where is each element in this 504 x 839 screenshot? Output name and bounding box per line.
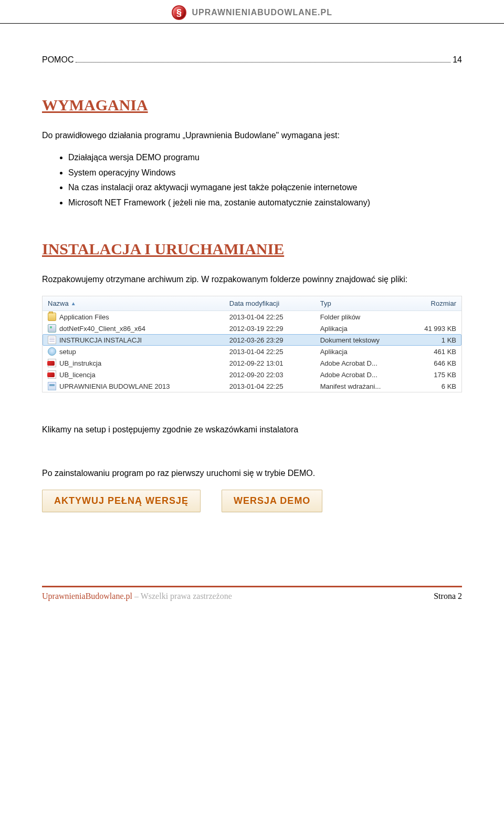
column-header-name-text: Nazwa — [48, 299, 69, 307]
footer-rights: – Wszelki prawa zastrzeżone — [132, 592, 232, 600]
install-para1: Rozpakowujemy otrzymane archiwum zip. W … — [42, 274, 462, 285]
logo-text: UPRAWNIENIABUDOWLANE.PL — [192, 8, 332, 17]
toc-dots — [76, 55, 450, 63]
file-row[interactable]: UPRAWNIENIA BUDOWLANE 20132013-01-04 22:… — [43, 380, 461, 392]
exe-icon — [48, 324, 56, 333]
footer-left: UprawnieniaBudowlane.pl – Wszelki prawa … — [42, 592, 232, 601]
column-header-type[interactable]: Typ — [320, 299, 411, 307]
page-footer: UprawnieniaBudowlane.pl – Wszelki prawa … — [42, 586, 462, 601]
install-para3: Po zainstalowaniu program po raz pierwsz… — [42, 468, 462, 479]
toc-label: POMOC — [42, 55, 74, 65]
activate-full-version-button[interactable]: AKTYWUJ PEŁNĄ WERSJĘ — [42, 490, 201, 512]
logo-badge-icon: § — [172, 5, 186, 20]
file-date: 2013-01-04 22:25 — [229, 382, 320, 390]
list-item: Microsoft NET Framework ( jeżeli nie ma,… — [68, 197, 462, 209]
file-name: dotNetFx40_Client_x86_x64 — [59, 325, 145, 333]
file-type: Adobe Acrobat D... — [320, 371, 411, 379]
toc-entry: POMOC 14 — [42, 55, 462, 65]
list-item: Działająca wersja DEMO programu — [68, 152, 462, 163]
setup-icon — [48, 347, 56, 356]
file-date: 2012-09-20 22:03 — [229, 371, 320, 379]
file-explorer: Nazwa ▲ Data modyfikacji Typ Rozmiar App… — [42, 296, 462, 392]
button-row: AKTYWUJ PEŁNĄ WERSJĘ WERSJA DEMO — [42, 490, 462, 512]
footer-page-number: Strona 2 — [434, 592, 462, 601]
column-header-date[interactable]: Data modyfikacji — [229, 299, 320, 307]
folder-icon — [48, 313, 56, 321]
file-date: 2012-03-26 23:29 — [229, 336, 320, 344]
toc-page-number: 14 — [453, 55, 462, 65]
file-row[interactable]: UB_licencja2012-09-20 22:03Adobe Acrobat… — [43, 369, 461, 380]
file-size: 175 KB — [411, 371, 456, 379]
file-size: 41 993 KB — [411, 325, 456, 333]
file-name: setup — [59, 348, 76, 356]
file-size: 646 KB — [411, 359, 456, 367]
file-type: Folder plików — [320, 313, 411, 321]
file-size: 6 KB — [411, 382, 456, 390]
file-name: Application Files — [59, 313, 109, 321]
file-date: 2012-03-19 22:29 — [229, 325, 320, 333]
column-header-size[interactable]: Rozmiar — [411, 299, 456, 307]
file-name: UPRAWNIENIA BUDOWLANE 2013 — [59, 382, 170, 390]
demo-version-button[interactable]: WERSJA DEMO — [222, 490, 322, 512]
file-type: Manifest wdrażani... — [320, 382, 411, 390]
explorer-header-row: Nazwa ▲ Data modyfikacji Typ Rozmiar — [43, 296, 461, 311]
file-row[interactable]: UB_instrukcja2012-09-22 13:01Adobe Acrob… — [43, 357, 461, 369]
sort-ascending-icon: ▲ — [71, 301, 76, 306]
requirements-list: Działająca wersja DEMO programu System o… — [68, 152, 462, 209]
file-date: 2013-01-04 22:25 — [229, 348, 320, 356]
section-title-requirements: WYMAGANIA — [42, 96, 462, 114]
requirements-intro: Do prawidłowego działania programu „Upra… — [42, 130, 462, 141]
page-header: § UPRAWNIENIABUDOWLANE.PL — [0, 0, 504, 22]
file-type: Adobe Acrobat D... — [320, 359, 411, 367]
section-title-install: INSTALACJA I URUCHAMIANIE — [42, 240, 462, 258]
footer-site: UprawnieniaBudowlane.pl — [42, 592, 132, 600]
file-size: 461 KB — [411, 348, 456, 356]
file-row[interactable]: dotNetFx40_Client_x86_x642012-03-19 22:2… — [43, 323, 461, 334]
file-type: Aplikacja — [320, 325, 411, 333]
column-header-name[interactable]: Nazwa ▲ — [48, 299, 229, 307]
file-row[interactable]: Application Files2013-01-04 22:25Folder … — [43, 311, 461, 323]
pdf-icon — [48, 359, 56, 367]
list-item: Na czas instalacji oraz aktywacji wymaga… — [68, 182, 462, 193]
pdf-icon — [48, 370, 56, 379]
file-row[interactable]: setup2013-01-04 22:25Aplikacja461 KB — [43, 346, 461, 357]
file-name: INSTRUKCJA INSTALACJI — [59, 336, 142, 344]
file-type: Aplikacja — [320, 348, 411, 356]
txt-icon — [48, 336, 56, 344]
file-name: UB_licencja — [59, 371, 96, 379]
manifest-icon — [48, 382, 56, 390]
file-type: Dokument tekstowy — [320, 336, 411, 344]
file-date: 2013-01-04 22:25 — [229, 313, 320, 321]
list-item: System operacyjny Windows — [68, 167, 462, 179]
file-size: 1 KB — [411, 336, 456, 344]
file-row[interactable]: INSTRUKCJA INSTALACJI2012-03-26 23:29Dok… — [43, 334, 461, 346]
file-date: 2012-09-22 13:01 — [229, 359, 320, 367]
install-para2: Klikamy na setup i postępujemy zgodnie z… — [42, 424, 462, 436]
header-divider — [0, 23, 504, 24]
file-name: UB_instrukcja — [59, 359, 101, 367]
